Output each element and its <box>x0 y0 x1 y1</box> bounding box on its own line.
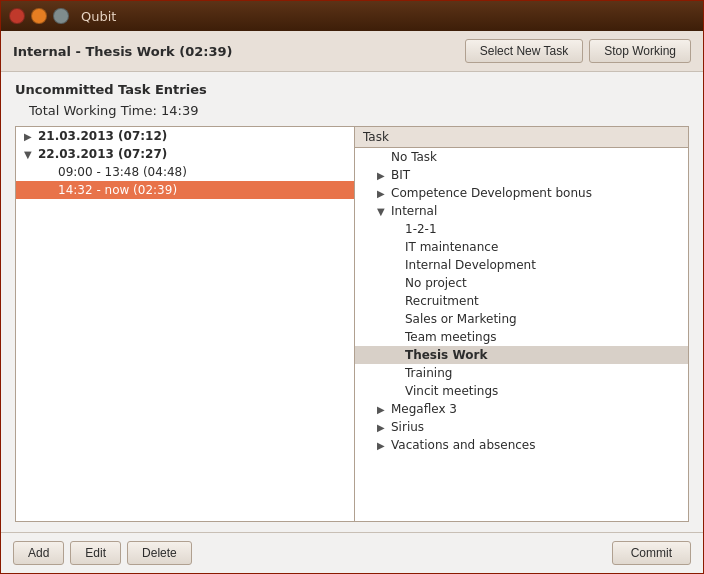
time-entry-label-1: 09:00 - 13:48 (04:48) <box>58 165 187 179</box>
close-button[interactable] <box>9 8 25 24</box>
toolbar: Internal - Thesis Work (02:39) Select Ne… <box>1 31 703 72</box>
task-item-no-task[interactable]: No Task <box>355 148 688 166</box>
task-tree-panel[interactable]: Task No Task ▶ BIT ▶ Competence Developm… <box>355 126 689 522</box>
task-item-thesis[interactable]: Thesis Work <box>355 346 688 364</box>
task-item-internal-dev[interactable]: Internal Development <box>355 256 688 274</box>
task-panel-header: Task <box>355 127 688 148</box>
time-entry-2[interactable]: 14:32 - now (02:39) <box>16 181 354 199</box>
date-label-2: 22.03.2013 (07:27) <box>38 147 167 161</box>
task-label-vincit: Vincit meetings <box>405 384 498 398</box>
arrow-121 <box>391 224 405 235</box>
delete-button[interactable]: Delete <box>127 541 192 565</box>
task-item-121[interactable]: 1-2-1 <box>355 220 688 238</box>
task-item-vacations[interactable]: ▶ Vacations and absences <box>355 436 688 454</box>
content-area: Uncommitted Task Entries Total Working T… <box>1 72 703 532</box>
task-label-internal: Internal <box>391 204 437 218</box>
expand-icon-2: ▼ <box>24 149 38 160</box>
date-label-1: 21.03.2013 (07:12) <box>38 129 167 143</box>
arrow-recruitment <box>391 296 405 307</box>
task-label-121: 1-2-1 <box>405 222 437 236</box>
task-item-sales[interactable]: Sales or Marketing <box>355 310 688 328</box>
arrow-vincit <box>391 386 405 397</box>
task-label-sirius: Sirius <box>391 420 424 434</box>
titlebar: Qubit <box>1 1 703 31</box>
task-item-competence[interactable]: ▶ Competence Development bonus <box>355 184 688 202</box>
arrow-internal: ▼ <box>377 206 391 217</box>
task-label-team: Team meetings <box>405 330 497 344</box>
task-item-training[interactable]: Training <box>355 364 688 382</box>
arrow-vacations: ▶ <box>377 440 391 451</box>
task-item-vincit[interactable]: Vincit meetings <box>355 382 688 400</box>
task-label-vacations: Vacations and absences <box>391 438 535 452</box>
task-label-no-task: No Task <box>391 150 437 164</box>
task-label-training: Training <box>405 366 452 380</box>
time-entry-label-2: 14:32 - now (02:39) <box>58 183 177 197</box>
edit-button[interactable]: Edit <box>70 541 121 565</box>
task-label-bit: BIT <box>391 168 410 182</box>
task-label-sales: Sales or Marketing <box>405 312 517 326</box>
task-label-internal-dev: Internal Development <box>405 258 536 272</box>
task-item-internal[interactable]: ▼ Internal <box>355 202 688 220</box>
task-label-no-project: No project <box>405 276 467 290</box>
arrow-internal-dev <box>391 260 405 271</box>
task-label-it: IT maintenance <box>405 240 498 254</box>
task-item-no-project[interactable]: No project <box>355 274 688 292</box>
stop-working-button[interactable]: Stop Working <box>589 39 691 63</box>
time-entry-1[interactable]: 09:00 - 13:48 (04:48) <box>16 163 354 181</box>
arrow-sales <box>391 314 405 325</box>
total-value: 14:39 <box>161 103 198 118</box>
bottom-left-buttons: Add Edit Delete <box>13 541 192 565</box>
current-task-title: Internal - Thesis Work (02:39) <box>13 44 233 59</box>
toolbar-buttons: Select New Task Stop Working <box>465 39 691 63</box>
select-new-task-button[interactable]: Select New Task <box>465 39 583 63</box>
task-label-recruitment: Recruitment <box>405 294 479 308</box>
window-title: Qubit <box>81 9 116 24</box>
commit-button[interactable]: Commit <box>612 541 691 565</box>
task-item-bit[interactable]: ▶ BIT <box>355 166 688 184</box>
arrow-team <box>391 332 405 343</box>
arrow-no-task <box>377 152 391 163</box>
task-item-megaflex[interactable]: ▶ Megaflex 3 <box>355 400 688 418</box>
task-item-recruitment[interactable]: Recruitment <box>355 292 688 310</box>
arrow-sirius: ▶ <box>377 422 391 433</box>
minimize-button[interactable] <box>31 8 47 24</box>
arrow-megaflex: ▶ <box>377 404 391 415</box>
task-label-thesis: Thesis Work <box>405 348 487 362</box>
main-panels: ▶ 21.03.2013 (07:12) ▼ 22.03.2013 (07:27… <box>15 126 689 522</box>
date-group-1[interactable]: ▶ 21.03.2013 (07:12) <box>16 127 354 145</box>
arrow-bit: ▶ <box>377 170 391 181</box>
add-button[interactable]: Add <box>13 541 64 565</box>
arrow-training <box>391 368 405 379</box>
maximize-button[interactable] <box>53 8 69 24</box>
total-label: Total Working Time: <box>29 103 157 118</box>
arrow-no-project <box>391 278 405 289</box>
arrow-thesis <box>391 350 405 361</box>
task-label-megaflex: Megaflex 3 <box>391 402 457 416</box>
entries-panel[interactable]: ▶ 21.03.2013 (07:12) ▼ 22.03.2013 (07:27… <box>15 126 355 522</box>
task-item-sirius[interactable]: ▶ Sirius <box>355 418 688 436</box>
main-window: Qubit Internal - Thesis Work (02:39) Sel… <box>0 0 704 574</box>
bottom-bar: Add Edit Delete Commit <box>1 532 703 573</box>
date-group-2[interactable]: ▼ 22.03.2013 (07:27) <box>16 145 354 163</box>
arrow-it <box>391 242 405 253</box>
total-working-time: Total Working Time: 14:39 <box>29 103 689 118</box>
expand-icon-1: ▶ <box>24 131 38 142</box>
section-title: Uncommitted Task Entries <box>15 82 689 97</box>
task-label-competence: Competence Development bonus <box>391 186 592 200</box>
arrow-competence: ▶ <box>377 188 391 199</box>
task-item-team[interactable]: Team meetings <box>355 328 688 346</box>
task-item-it[interactable]: IT maintenance <box>355 238 688 256</box>
